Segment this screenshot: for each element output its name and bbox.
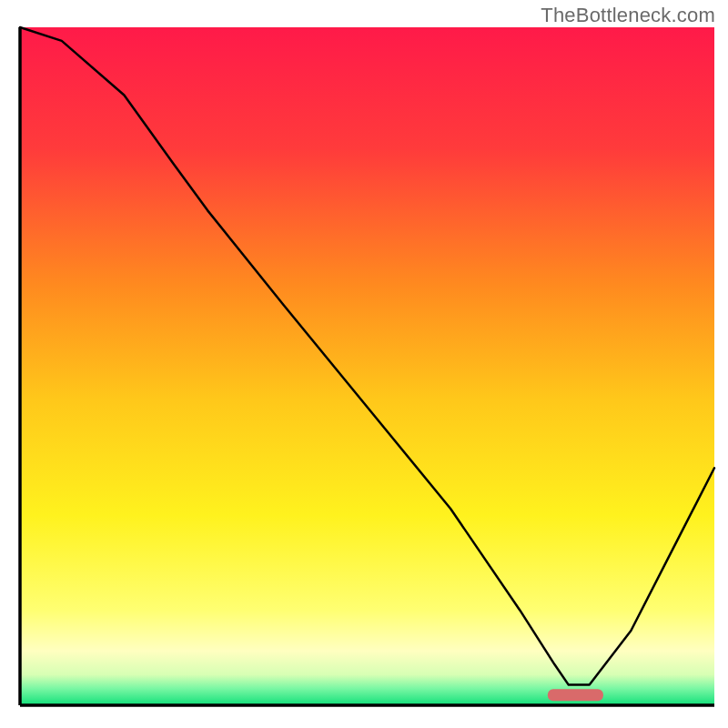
chart-svg (0, 0, 728, 728)
bottleneck-chart: TheBottleneck.com (0, 0, 728, 728)
target-marker (548, 689, 603, 701)
watermark-text: TheBottleneck.com (541, 4, 715, 27)
plot-background (20, 27, 714, 705)
